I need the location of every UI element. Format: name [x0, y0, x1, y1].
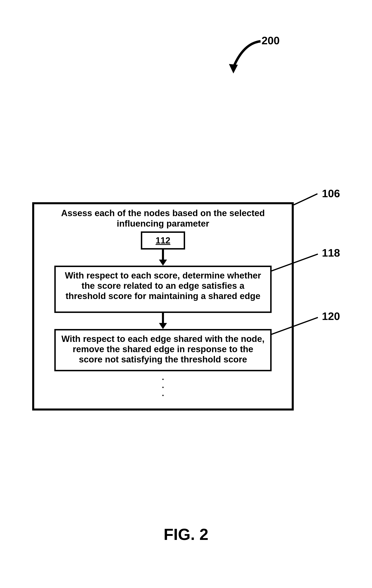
- curved-arrow-icon: [221, 38, 264, 78]
- figure-caption: FIG. 2: [0, 525, 372, 544]
- continuation-dots-icon: ···: [162, 375, 164, 399]
- svg-marker-0: [229, 64, 238, 74]
- diagram-canvas: { "figure": { "ref_label_top": "200", "c…: [0, 0, 372, 588]
- leader-line-106: [294, 193, 318, 205]
- step-120-text: With respect to each edge shared with th…: [61, 334, 264, 364]
- step-118-text: With respect to each score, determine wh…: [65, 271, 261, 301]
- ref-label-118: 118: [322, 247, 340, 259]
- ref-label-120: 120: [322, 310, 340, 322]
- ref-label-106: 106: [322, 187, 340, 200]
- container-title: Assess each of the nodes based on the se…: [54, 208, 272, 229]
- ref-box-112: 112: [141, 231, 185, 250]
- step-box-118: With respect to each score, determine wh…: [54, 266, 272, 313]
- ref-box-112-label: 112: [155, 235, 170, 245]
- container-box-106: Assess each of the nodes based on the se…: [32, 202, 294, 410]
- ref-label-200: 200: [261, 34, 280, 47]
- step-box-120: With respect to each edge shared with th…: [54, 329, 272, 371]
